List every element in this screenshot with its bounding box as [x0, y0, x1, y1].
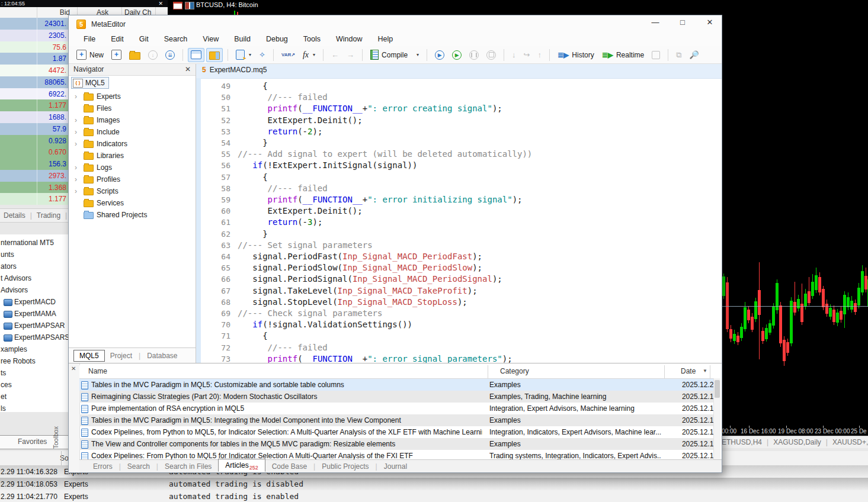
toolbox-tab-search-in-files[interactable]: Search in Files: [158, 462, 218, 471]
articles-scrollbar[interactable]: [713, 378, 720, 459]
toggle-toolbox-button[interactable]: [188, 48, 204, 62]
code-line[interactable]: 55//--- Add signal to expert (will be de…: [196, 149, 722, 160]
menu-debug[interactable]: Debug: [258, 33, 296, 46]
code-line[interactable]: 51 printf(__FUNCTION__+": error creating…: [196, 103, 722, 114]
navigator-root-mql5[interactable]: { } MQL5: [71, 77, 109, 89]
snippets-button[interactable]: ▾: [233, 48, 254, 62]
menu-window[interactable]: Window: [328, 33, 370, 46]
code-line[interactable]: 57 {: [196, 172, 722, 183]
menu-file[interactable]: File: [76, 33, 103, 46]
code-line[interactable]: 73 printf(__FUNCTION__+": error signal p…: [196, 353, 722, 363]
toolbox-tab-code-base[interactable]: Code Base: [265, 462, 313, 471]
toggle-navigator-button[interactable]: [206, 48, 223, 62]
code-line[interactable]: 64 signal.PeriodFast(Inp_Signal_MACD_Per…: [196, 251, 722, 262]
code-line[interactable]: 50 //--- failed: [196, 92, 722, 103]
ai-assistant-button[interactable]: ✧: [256, 48, 268, 62]
chevron-right-icon[interactable]: ›: [75, 173, 77, 185]
code-line[interactable]: 68 signal.StopLevel(Inp_Signal_MACD_Stop…: [196, 297, 722, 308]
compile-dropdown[interactable]: ▾: [412, 48, 422, 62]
code-lines[interactable]: 49 {50 //--- failed51 printf(__FUNCTION_…: [196, 78, 722, 363]
code-line[interactable]: 56 if(!ExtExpert.InitSignal(signal)): [196, 160, 722, 171]
toolbox-tab-journal[interactable]: Journal: [377, 462, 414, 471]
open-button[interactable]: [126, 48, 143, 62]
chevron-right-icon[interactable]: ›: [75, 114, 77, 126]
variables-button[interactable]: VAR↗: [278, 48, 298, 62]
close-button[interactable]: ✕: [704, 18, 716, 27]
code-line[interactable]: 71 {: [196, 330, 722, 342]
market-watch-tab-trading[interactable]: Trading: [37, 211, 60, 220]
navigator-item-experts[interactable]: ›Experts: [69, 91, 196, 102]
chevron-right-icon[interactable]: ›: [75, 91, 77, 102]
chevron-right-icon[interactable]: ›: [75, 138, 77, 150]
scrollbar-thumb[interactable]: [715, 380, 720, 398]
editor-titlebar[interactable]: 5 MetaEditor — □ ✕: [69, 15, 722, 33]
code-line[interactable]: 49 {: [196, 81, 722, 92]
article-row[interactable]: Codex Pipelines, from Python to MQL5, fo…: [79, 426, 713, 438]
code-line[interactable]: 58 //--- failed: [196, 183, 722, 194]
chart-tab[interactable]: XAGUSD,Daily: [773, 436, 821, 448]
toolbox-tab-search[interactable]: Search: [121, 462, 156, 471]
code-line[interactable]: 65 signal.PeriodSlow(Inp_Signal_MACD_Per…: [196, 262, 722, 273]
navigator-item-indicators[interactable]: ›Indicators: [69, 138, 196, 150]
column-category[interactable]: Category: [500, 367, 529, 375]
close-icon[interactable]: ✕: [158, 0, 163, 7]
menu-search[interactable]: Search: [156, 33, 196, 46]
toolbox-tab-public-projects[interactable]: Public Projects: [315, 462, 375, 471]
article-row[interactable]: Tables in the MVC Paradigm in MQL5: Cust…: [79, 379, 713, 391]
navigator-tab-mql5[interactable]: MQL5: [73, 350, 105, 362]
code-line[interactable]: 69//--- Check signal parameters: [196, 308, 722, 319]
navigator-item-libraries[interactable]: Libraries: [69, 150, 196, 162]
code-line[interactable]: 67 signal.TakeLevel(Inp_Signal_MACD_Take…: [196, 285, 722, 297]
minimize-button[interactable]: —: [649, 18, 661, 27]
column-bid[interactable]: Bid: [37, 8, 70, 17]
navigator-item-files[interactable]: Files: [69, 102, 196, 114]
code-line[interactable]: 53 return(-2);: [196, 126, 722, 137]
menu-git[interactable]: Git: [132, 33, 156, 46]
chart-tab[interactable]: XAUUSD+,D: [832, 436, 868, 448]
sort-desc-icon[interactable]: ▼: [703, 368, 707, 374]
realtime-test-button[interactable]: ≣▶ Realtime: [599, 48, 648, 62]
navigator-item-shared-projects[interactable]: Shared Projects: [69, 209, 196, 221]
new-window-button[interactable]: +: [108, 48, 124, 62]
code-line[interactable]: 61 return(-3);: [196, 217, 722, 228]
menu-build[interactable]: Build: [226, 33, 258, 46]
navigator-tab-database[interactable]: Database: [142, 350, 182, 361]
chevron-right-icon[interactable]: ›: [75, 185, 77, 197]
code-line[interactable]: 54 }: [196, 137, 722, 149]
article-row[interactable]: Tables in the MVC Paradigm in MQL5: Inte…: [79, 414, 713, 426]
navigator-tab-project[interactable]: Project: [105, 350, 137, 361]
menu-tools[interactable]: Tools: [296, 33, 328, 46]
code-line[interactable]: 70 if(!signal.ValidationSettings()): [196, 319, 722, 330]
code-editor[interactable]: 5 ExpertMACD.mq5 49 {50 //--- failed51 p…: [196, 64, 722, 363]
navigator-item-profiles[interactable]: ›Profiles: [69, 173, 196, 185]
file-tab[interactable]: 5 ExpertMACD.mq5: [202, 66, 267, 74]
article-row[interactable]: The View and Controller components for t…: [79, 438, 713, 450]
code-line[interactable]: 63//--- Set signal parameters: [196, 240, 722, 251]
maximize-button[interactable]: □: [677, 18, 688, 27]
compile-button[interactable]: Compile: [367, 48, 411, 62]
toolbox-tab-articles[interactable]: Articles252: [218, 459, 265, 472]
navigator-item-images[interactable]: ›Images: [69, 114, 196, 126]
code-line[interactable]: 52 ExtExpert.Deinit();: [196, 115, 722, 126]
navigator-item-services[interactable]: Services: [69, 197, 196, 209]
start-debug-button[interactable]: ▶: [432, 48, 447, 62]
new-button[interactable]: + New: [73, 48, 107, 62]
menu-help[interactable]: Help: [370, 33, 401, 46]
code-line[interactable]: 59 printf(__FUNCTION__+": error initiali…: [196, 194, 722, 205]
journal-row[interactable]: 2.29 11:04:18.053Expertsautomated tradin…: [0, 478, 868, 491]
menu-view[interactable]: View: [195, 33, 226, 46]
journal-row[interactable]: 2.29 11:04:21.770Expertsautomated tradin…: [0, 490, 868, 502]
navigator-item-logs[interactable]: ›Logs: [69, 162, 196, 173]
article-row[interactable]: Pure implementation of RSA encryption in…: [79, 403, 713, 414]
history-test-button[interactable]: ≣▶ History: [555, 48, 597, 62]
code-line[interactable]: 60 ExtExpert.Deinit();: [196, 205, 722, 217]
favorites-tab[interactable]: Favorites: [0, 435, 71, 449]
toolbox-close-icon[interactable]: ✕: [71, 365, 76, 372]
code-line[interactable]: 72 //--- failed: [196, 342, 722, 353]
column-name[interactable]: Name: [88, 367, 107, 375]
code-line[interactable]: 66 signal.PeriodSignal(Inp_Signal_MACD_P…: [196, 273, 722, 285]
navigator-item-scripts[interactable]: ›Scripts: [69, 185, 196, 197]
menu-edit[interactable]: Edit: [103, 33, 132, 46]
sync-button[interactable]: ⇊: [162, 48, 178, 62]
article-row[interactable]: Reimagining Classic Strategies (Part 20)…: [79, 391, 713, 403]
